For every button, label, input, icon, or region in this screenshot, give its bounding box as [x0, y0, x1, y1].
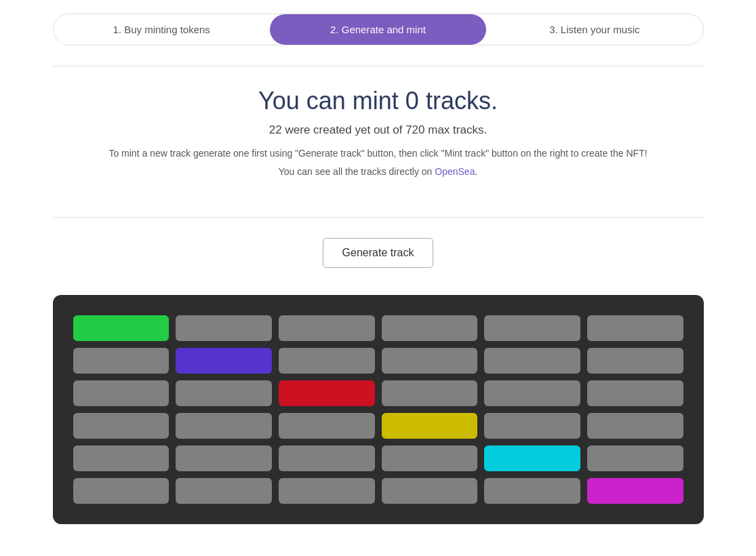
track-cell-r2-c1	[176, 380, 272, 406]
track-cell-r4-c1	[176, 445, 272, 471]
mint-description: To mint a new track generate one first u…	[66, 146, 690, 161]
track-cell-r4-c4	[484, 445, 580, 471]
track-cell-r3-c2	[279, 413, 375, 439]
step-item-step1[interactable]: 1. Buy minting tokens	[54, 14, 270, 45]
track-cell-r1-c3	[382, 348, 478, 374]
track-cell-r3-c3	[382, 413, 478, 439]
track-cell-r1-c1	[176, 348, 272, 374]
track-cell-r4-c2	[279, 445, 375, 471]
steps-navigation: 1. Buy minting tokens2. Generate and min…	[53, 14, 704, 45]
step-item-step2[interactable]: 2. Generate and mint	[270, 14, 486, 45]
track-cell-r1-c2	[279, 348, 375, 374]
track-cell-r3-c5	[587, 413, 683, 439]
track-cell-r5-c0	[73, 478, 170, 504]
track-cell-r2-c5	[587, 380, 683, 406]
track-cell-r2-c4	[484, 380, 580, 406]
track-cell-r0-c3	[382, 315, 478, 341]
step-item-step3[interactable]: 3. Listen your music	[486, 14, 702, 45]
track-cell-r3-c4	[484, 413, 580, 439]
track-cell-r3-c1	[176, 413, 272, 439]
opensea-text: You can see all the tracks directly on O…	[66, 165, 690, 179]
track-cell-r5-c4	[484, 478, 580, 504]
track-cell-r2-c2	[279, 380, 375, 406]
mint-subtitle: 22 were created yet out of 720 max track…	[66, 123, 690, 137]
track-cell-r4-c5	[587, 445, 683, 471]
track-cell-r5-c2	[279, 478, 375, 504]
track-grid-container	[53, 295, 704, 524]
main-content: You can mint 0 tracks. 22 were created y…	[53, 87, 704, 203]
track-cell-r0-c4	[484, 315, 580, 341]
track-cell-r4-c0	[73, 445, 170, 471]
track-cell-r5-c1	[176, 478, 272, 504]
generate-track-button[interactable]: Generate track	[323, 238, 434, 268]
opensea-suffix: .	[475, 166, 477, 177]
track-cell-r4-c3	[382, 445, 478, 471]
divider-bottom	[53, 217, 704, 218]
track-cell-r1-c4	[484, 348, 580, 374]
mint-title: You can mint 0 tracks.	[66, 87, 690, 115]
track-grid	[73, 315, 683, 504]
track-cell-r5-c5	[587, 478, 683, 504]
track-cell-r0-c0	[73, 315, 170, 341]
track-cell-r0-c1	[176, 315, 272, 341]
track-cell-r2-c3	[382, 380, 478, 406]
track-cell-r5-c3	[382, 478, 478, 504]
generate-button-wrapper: Generate track	[53, 238, 704, 268]
opensea-prefix: You can see all the tracks directly on	[279, 166, 435, 177]
opensea-link[interactable]: OpenSea	[435, 166, 475, 177]
track-cell-r0-c2	[279, 315, 375, 341]
track-cell-r3-c0	[73, 413, 170, 439]
divider-top	[53, 66, 704, 66]
track-cell-r1-c0	[73, 348, 170, 374]
track-cell-r2-c0	[73, 380, 170, 406]
track-cell-r1-c5	[587, 348, 683, 374]
track-cell-r0-c5	[587, 315, 683, 341]
